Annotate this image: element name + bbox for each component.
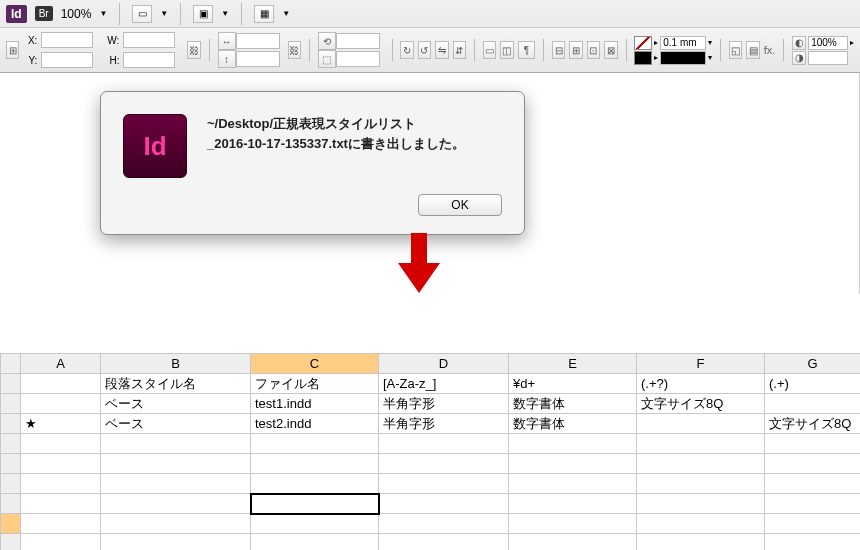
cell[interactable]	[379, 494, 509, 514]
cell[interactable]	[251, 494, 379, 514]
cell[interactable]	[379, 474, 509, 494]
height-input[interactable]	[123, 52, 175, 68]
reference-point-icon[interactable]: ⊞	[6, 41, 19, 59]
cell[interactable]: 半角字形	[379, 414, 509, 434]
shear-input[interactable]	[336, 51, 380, 67]
cell[interactable]: 数字書体	[509, 394, 637, 414]
rotation-input[interactable]	[336, 33, 380, 49]
ok-button[interactable]: OK	[418, 194, 502, 216]
align-icon[interactable]: ⊟	[552, 41, 565, 59]
blend-icon[interactable]: ◑	[792, 51, 806, 65]
row-header[interactable]	[1, 494, 21, 514]
cell[interactable]: 段落スタイル名	[101, 374, 251, 394]
cell[interactable]	[765, 514, 861, 534]
cell[interactable]	[637, 454, 765, 474]
row-header[interactable]	[1, 534, 21, 551]
view-mode-button[interactable]: ▭	[132, 5, 152, 23]
dropdown-chevron-icon[interactable]: ▼	[221, 9, 229, 18]
cell[interactable]: (.+?)	[637, 374, 765, 394]
rotate-90-cw-icon[interactable]: ↻	[400, 41, 413, 59]
corner-options-icon[interactable]: ◱	[729, 41, 742, 59]
cell[interactable]	[379, 534, 509, 551]
y-input[interactable]	[41, 52, 93, 68]
cell[interactable]	[21, 394, 101, 414]
scale-x-input[interactable]	[236, 33, 280, 49]
cell[interactable]	[251, 534, 379, 551]
stroke-weight-input[interactable]: 0.1 mm	[660, 36, 706, 50]
cell[interactable]: 文字サイズ8Q	[765, 414, 861, 434]
blend-input[interactable]	[808, 51, 848, 65]
dropdown-chevron-icon[interactable]: ▼	[99, 9, 107, 18]
cell[interactable]: ¥d+	[509, 374, 637, 394]
constrain-scale-icon[interactable]: ⛓	[288, 41, 301, 59]
arrange-button[interactable]: ▦	[254, 5, 274, 23]
cell[interactable]	[509, 534, 637, 551]
cell[interactable]: ベース	[101, 414, 251, 434]
cell[interactable]	[101, 474, 251, 494]
cell[interactable]	[21, 454, 101, 474]
x-input[interactable]	[41, 32, 93, 48]
cell[interactable]	[101, 494, 251, 514]
cell[interactable]: test1.indd	[251, 394, 379, 414]
scale-y-input[interactable]	[236, 51, 280, 67]
rotate-90-ccw-icon[interactable]: ↺	[418, 41, 431, 59]
flip-horizontal-icon[interactable]: ⇋	[435, 41, 448, 59]
cell[interactable]: (.+)	[765, 374, 861, 394]
effects-label[interactable]: fx.	[764, 44, 776, 56]
stroke-style-input[interactable]	[660, 51, 706, 65]
cell[interactable]	[637, 534, 765, 551]
row-header[interactable]	[1, 434, 21, 454]
paragraph-style-icon[interactable]: ¶	[518, 41, 536, 59]
cell[interactable]	[509, 494, 637, 514]
cell[interactable]: 文字サイズ8Q	[637, 394, 765, 414]
cell[interactable]	[765, 394, 861, 414]
flip-vertical-icon[interactable]: ⇵	[453, 41, 466, 59]
cell[interactable]: [A-Za-z_]	[379, 374, 509, 394]
dropdown-chevron-icon[interactable]: ▼	[160, 9, 168, 18]
cell[interactable]: ファイル名	[251, 374, 379, 394]
cell[interactable]	[21, 514, 101, 534]
width-input[interactable]	[123, 32, 175, 48]
row-header[interactable]	[1, 394, 21, 414]
cell[interactable]	[637, 474, 765, 494]
cell[interactable]	[101, 434, 251, 454]
cell[interactable]	[21, 474, 101, 494]
corner-cell[interactable]	[1, 354, 21, 374]
cell[interactable]	[21, 374, 101, 394]
column-header[interactable]: G	[765, 354, 861, 374]
cell[interactable]	[21, 434, 101, 454]
spreadsheet[interactable]: A B C D E F G 段落スタイル名ファイル名[A-Za-z_]¥d+(.…	[0, 353, 860, 550]
distribute-icon[interactable]: ⊞	[569, 41, 582, 59]
cell[interactable]	[101, 534, 251, 551]
cell[interactable]	[509, 454, 637, 474]
bridge-badge[interactable]: Br	[35, 6, 53, 21]
column-header[interactable]: D	[379, 354, 509, 374]
cell[interactable]	[637, 494, 765, 514]
row-header[interactable]	[1, 374, 21, 394]
chevron-down-icon[interactable]: ▾	[708, 53, 712, 62]
chevron-down-icon[interactable]: ▾	[708, 38, 712, 47]
column-header[interactable]: A	[21, 354, 101, 374]
cell[interactable]	[21, 494, 101, 514]
cell[interactable]	[251, 514, 379, 534]
opacity-icon[interactable]: ◐	[792, 36, 806, 50]
screen-mode-button[interactable]: ▣	[193, 5, 213, 23]
cell[interactable]	[101, 514, 251, 534]
cell[interactable]	[765, 494, 861, 514]
stroke-swatch[interactable]	[634, 51, 652, 65]
cell[interactable]	[509, 434, 637, 454]
shear-icon[interactable]: ⬚	[318, 50, 336, 68]
column-header[interactable]: B	[101, 354, 251, 374]
cell[interactable]	[765, 474, 861, 494]
opacity-input[interactable]: 100%	[808, 36, 848, 50]
cell[interactable]	[765, 454, 861, 474]
fill-swatch[interactable]	[634, 36, 652, 50]
column-header[interactable]: E	[509, 354, 637, 374]
scale-x-icon[interactable]: ↔	[218, 32, 236, 50]
cell[interactable]	[637, 514, 765, 534]
cell[interactable]	[101, 454, 251, 474]
distribute-2-icon[interactable]: ⊠	[604, 41, 617, 59]
cell[interactable]: test2.indd	[251, 414, 379, 434]
cell[interactable]	[509, 514, 637, 534]
dropdown-chevron-icon[interactable]: ▼	[282, 9, 290, 18]
